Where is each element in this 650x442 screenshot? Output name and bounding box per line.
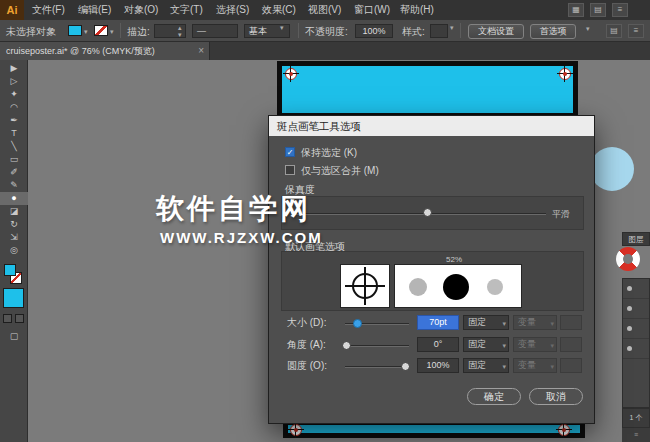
brush-dropdown-icon[interactable]: ▾ xyxy=(280,24,284,32)
size-label: 大小 (D): xyxy=(287,316,326,330)
menu-edit[interactable]: 编辑(E) xyxy=(72,0,117,20)
layer-row[interactable] xyxy=(623,299,649,319)
divider xyxy=(120,23,121,38)
fill-dropdown-icon[interactable]: ▾ xyxy=(84,28,88,36)
document-tab[interactable]: cruiseposter.ai* @ 76% (CMYK/预览) × xyxy=(0,42,210,60)
fidelity-slider-track[interactable] xyxy=(294,213,546,215)
roundness-variation-field xyxy=(560,358,582,373)
angle-value-field[interactable]: 0° xyxy=(417,337,459,352)
roundness-variation-value: 变量 xyxy=(518,360,536,370)
blob-brush-tool[interactable]: ● xyxy=(0,192,28,205)
visibility-icon[interactable] xyxy=(627,326,632,331)
visibility-icon[interactable] xyxy=(627,346,632,351)
registration-mark-icon xyxy=(285,68,297,80)
menu-view[interactable]: 视图(V) xyxy=(302,0,347,20)
lasso-tool[interactable]: ◠ xyxy=(0,101,28,114)
paintbrush-tool[interactable]: ✐ xyxy=(0,166,28,179)
line-segment-tool[interactable]: ╲ xyxy=(0,140,28,153)
scale-tool[interactable]: ⇲ xyxy=(0,231,28,244)
roundness-mode-value: 固定 xyxy=(468,360,486,370)
fill-proxy[interactable] xyxy=(4,264,16,276)
style-label: 样式: xyxy=(402,25,425,39)
keep-selected-checkbox[interactable]: ✓ xyxy=(285,147,295,157)
menu-type[interactable]: 文字(T) xyxy=(164,0,209,20)
size-variation-field xyxy=(560,315,582,330)
roundness-value-field[interactable]: 100% xyxy=(417,358,459,373)
arrange-documents-icon[interactable]: ▦ xyxy=(568,3,584,17)
direct-selection-tool[interactable]: ▷ xyxy=(0,75,28,88)
layers-panel-tab[interactable]: 图层 xyxy=(622,232,650,246)
brush-shape-preview xyxy=(340,264,390,308)
size-mode-value: 固定 xyxy=(468,317,486,327)
menu-select[interactable]: 选择(S) xyxy=(210,0,255,20)
more-options-icon[interactable]: ▾ xyxy=(586,25,590,33)
workspace-icon[interactable]: ▤ xyxy=(590,3,606,17)
pen-tool[interactable]: ✒ xyxy=(0,114,28,127)
menu-window[interactable]: 窗口(W) xyxy=(348,0,396,20)
angle-mode-dropdown[interactable]: 固定 ▾ xyxy=(463,337,509,352)
registration-mark-icon xyxy=(290,424,302,436)
fidelity-slider-handle[interactable] xyxy=(423,208,432,217)
rectangle-tool[interactable]: ▭ xyxy=(0,153,28,166)
roundness-slider-handle[interactable] xyxy=(401,362,410,371)
divider xyxy=(298,23,299,38)
angle-variation-value: 变量 xyxy=(518,339,536,349)
style-swatch[interactable] xyxy=(430,24,448,38)
merge-only-checkbox[interactable] xyxy=(285,165,295,175)
stroke-dropdown-icon[interactable]: ▾ xyxy=(110,28,114,36)
magic-wand-tool[interactable]: ✦ xyxy=(0,88,28,101)
type-tool[interactable]: T xyxy=(0,127,28,140)
draw-normal-icon[interactable] xyxy=(3,314,12,323)
close-tab-icon[interactable]: × xyxy=(198,42,204,60)
roundness-variation-dropdown: 变量 ▾ xyxy=(513,358,557,373)
registration-mark-icon xyxy=(559,68,571,80)
menu-extras-icon[interactable]: ≡ xyxy=(612,3,628,17)
style-dropdown-icon[interactable]: ▾ xyxy=(450,24,454,32)
opacity-field[interactable]: 100% xyxy=(355,24,393,38)
visibility-icon[interactable] xyxy=(627,286,632,291)
ok-button[interactable]: 确定 xyxy=(467,388,521,405)
chevron-down-icon: ▾ xyxy=(550,360,554,373)
menu-object[interactable]: 对象(O) xyxy=(118,0,164,20)
selection-tool[interactable]: ▶ xyxy=(0,62,28,75)
layer-row[interactable] xyxy=(623,319,649,339)
chevron-down-icon: ▾ xyxy=(550,339,554,352)
fill-color-swatch[interactable] xyxy=(68,25,82,36)
zoom-tool[interactable]: ◎ xyxy=(0,244,28,257)
pencil-tool[interactable]: ✎ xyxy=(0,179,28,192)
angle-variation-field xyxy=(560,337,582,352)
layer-row[interactable] xyxy=(623,339,649,359)
variable-width-dropdown[interactable]: — xyxy=(192,24,238,38)
layer-row[interactable] xyxy=(623,279,649,299)
roundness-slider-track[interactable] xyxy=(345,366,409,368)
menu-help[interactable]: 帮助(H) xyxy=(394,0,440,20)
size-slider-handle[interactable] xyxy=(353,319,362,328)
stroke-color-swatch[interactable] xyxy=(94,25,108,36)
rotate-tool[interactable]: ↻ xyxy=(0,218,28,231)
panel-footer-icons[interactable]: ≡ xyxy=(622,428,650,442)
draw-behind-icon[interactable] xyxy=(15,314,24,323)
size-mode-dropdown[interactable]: 固定 ▾ xyxy=(463,315,509,330)
size-value-field[interactable]: 70pt xyxy=(417,315,459,330)
stepper-down-icon[interactable]: ▾ xyxy=(178,31,182,39)
control-menu-icon[interactable]: ≡ xyxy=(628,24,644,38)
menu-file[interactable]: 文件(F) xyxy=(26,0,71,20)
preferences-button[interactable]: 首选项 xyxy=(530,24,576,39)
active-color-swatch[interactable] xyxy=(3,288,24,308)
angle-mode-value: 固定 xyxy=(468,339,486,349)
document-setup-button[interactable]: 文档设置 xyxy=(468,24,524,39)
angle-slider-track[interactable] xyxy=(345,345,409,347)
cancel-button[interactable]: 取消 xyxy=(529,388,583,405)
tools-panel: ▶ ▷ ✦ ◠ ✒ T ╲ ▭ ✐ ✎ ● ◪ ↻ ⇲ ◎ ▢ xyxy=(0,60,28,442)
watermark-url: WWW.RJZXW.COM xyxy=(160,229,323,246)
fidelity-group: 平滑 xyxy=(281,196,584,230)
panel-toggle-icon[interactable]: ▤ xyxy=(606,24,622,38)
angle-slider-handle[interactable] xyxy=(342,341,351,350)
eraser-tool[interactable]: ◪ xyxy=(0,205,28,218)
visibility-icon[interactable] xyxy=(627,306,632,311)
menu-bar: Ai 文件(F) 编辑(E) 对象(O) 文字(T) 选择(S) 效果(C) 视… xyxy=(0,0,650,20)
size-max-circle xyxy=(487,279,503,295)
roundness-mode-dropdown[interactable]: 固定 ▾ xyxy=(463,358,509,373)
menu-effect[interactable]: 效果(C) xyxy=(256,0,302,20)
screen-mode-icon[interactable]: ▢ xyxy=(0,330,28,343)
